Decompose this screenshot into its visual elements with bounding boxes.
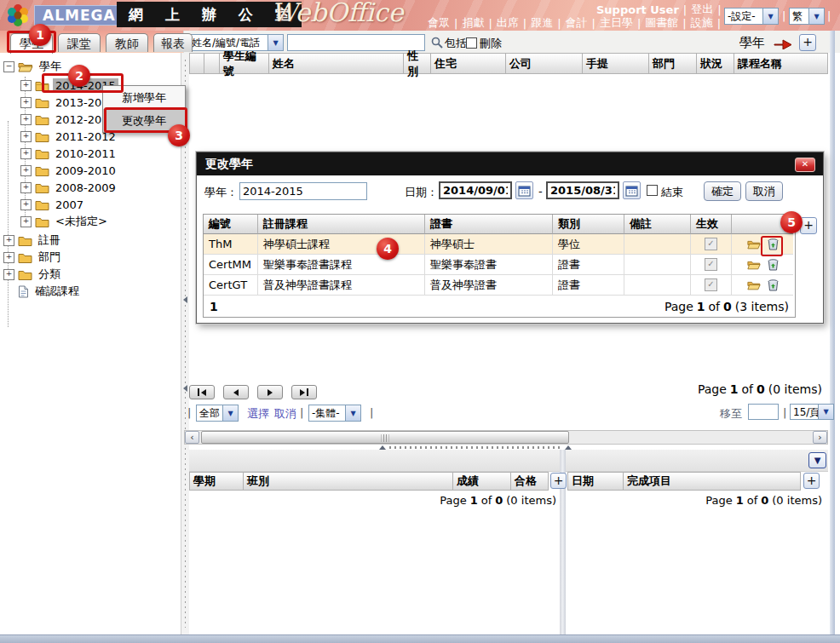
expand-icon[interactable]: + (3, 269, 14, 280)
tree-label-category[interactable]: 分類 (36, 266, 63, 283)
tree-node-year-2008-2009[interactable]: + 2008-2009 (20, 179, 118, 196)
expand-icon[interactable]: + (20, 216, 32, 227)
last-page-button[interactable] (291, 385, 317, 399)
edit-icon[interactable] (747, 279, 761, 290)
close-icon[interactable]: ✕ (795, 158, 815, 172)
scroll-left-button[interactable]: ‹ (185, 431, 199, 444)
tree-node-year-2009-2010[interactable]: + 2009-2010 (20, 162, 118, 179)
expand-icon[interactable]: + (20, 97, 32, 108)
tree-node-category[interactable]: + 分類 (3, 266, 63, 283)
tree-node-year-2010-2011[interactable]: + 2010-2011 (20, 145, 118, 162)
menu-item-accounting[interactable]: 會計 (566, 15, 588, 31)
scrollbar-thumb[interactable] (201, 431, 569, 444)
prev-page-button[interactable] (223, 385, 249, 399)
course-row-certgt[interactable]: CertGT 普及神學證書課程 普及神學證書 證書 ✓ (204, 275, 795, 296)
scroll-right-button[interactable]: › (813, 431, 827, 444)
menu-item-attendance[interactable]: 出席 (497, 15, 519, 31)
add-course-button[interactable]: + (800, 217, 817, 234)
col-header-registered-course: 註冊課程 (258, 215, 425, 234)
ok-button[interactable]: 確定 (704, 181, 741, 201)
page-size-select[interactable]: 15/頁 ▼ (790, 404, 834, 420)
search-field-select[interactable]: 姓名/編號/電話 ▼ (188, 34, 284, 51)
edit-icon[interactable] (747, 259, 761, 270)
tree-label-year[interactable]: 2007 (53, 198, 86, 212)
separator: | (782, 9, 785, 22)
tab-class[interactable]: 課堂 (58, 33, 101, 52)
language-select[interactable]: 繁 ▼ (789, 8, 825, 25)
tab-report[interactable]: 報表 (153, 33, 193, 52)
collapse-panel-button[interactable]: ▼ (808, 452, 826, 468)
tree-node-year-2007[interactable]: + 2007 (20, 196, 86, 213)
course-row-certmm[interactable]: CertMM 聖樂事奉證書課程 聖樂事奉證書 證書 ✓ (204, 255, 795, 275)
splitter-collapse-icon[interactable] (183, 385, 187, 392)
delete-icon[interactable] (768, 259, 779, 271)
current-page-number[interactable]: 1 (210, 300, 218, 313)
grid-header-course-name: 課程名稱 (734, 53, 828, 74)
tree-label-school-year[interactable]: 學年 (37, 58, 64, 75)
tree-node-registration[interactable]: + 註冊 (3, 232, 63, 249)
tree-node-school-year[interactable]: − 學年 (3, 58, 64, 75)
course-row-thm[interactable]: ThM 神學碩士課程 神學碩士 學位 ✓ (204, 234, 795, 255)
expand-icon[interactable]: + (20, 131, 32, 142)
add-year-button[interactable]: + (799, 34, 816, 51)
cancel-button[interactable]: 取消 (745, 181, 783, 201)
expand-icon[interactable]: + (3, 235, 14, 246)
calendar-icon[interactable] (515, 181, 533, 199)
menu-item-followup[interactable]: 跟進 (531, 15, 553, 31)
move-arrow-icon[interactable] (772, 37, 794, 49)
menu-item-congregation[interactable]: 會眾 (428, 15, 450, 31)
support-user-link[interactable]: Support User (596, 3, 679, 16)
menu-item-sundayschool[interactable]: 主日學 (600, 15, 633, 31)
menu-item-facility[interactable]: 設施 (691, 15, 713, 31)
search-input[interactable] (287, 34, 425, 51)
separator: | (717, 17, 721, 30)
date-from-input[interactable] (439, 181, 512, 199)
collapse-expander-icon[interactable]: − (3, 61, 14, 72)
tree-label-year[interactable]: 2008-2009 (53, 181, 118, 195)
end-checkbox[interactable] (647, 185, 658, 196)
expand-icon[interactable]: + (20, 199, 32, 210)
expand-icon[interactable]: + (3, 252, 14, 263)
add-grade-button[interactable]: + (550, 473, 567, 489)
splitter-collapse-icon[interactable] (183, 296, 187, 303)
dialog-table-header: 編號 註冊課程 證書 類別 備註 生效 (204, 215, 795, 234)
tab-teacher[interactable]: 教師 (106, 33, 148, 52)
include-label: 包括 (445, 37, 467, 50)
delete-icon[interactable] (768, 279, 779, 291)
group-action-select[interactable]: -集體- ▼ (308, 405, 361, 422)
tree-label-year[interactable]: <未指定> (53, 213, 110, 230)
settings-select[interactable]: -設定- ▼ (724, 8, 779, 25)
goto-page-input[interactable] (748, 404, 779, 420)
first-page-button[interactable] (189, 385, 215, 399)
tree-node-department[interactable]: + 部門 (3, 249, 63, 266)
edit-icon[interactable] (747, 238, 761, 250)
expand-icon[interactable]: + (20, 114, 32, 125)
delete-checkbox[interactable] (466, 37, 477, 49)
expand-icon[interactable]: + (20, 148, 32, 159)
folder-icon (18, 235, 32, 246)
select-all-select[interactable]: 全部 ▼ (196, 405, 239, 422)
choose-link[interactable]: 選擇 (247, 406, 269, 422)
tree-label-confirm-course[interactable]: 確認課程 (32, 283, 82, 300)
add-completion-button[interactable]: + (803, 473, 820, 489)
expand-icon[interactable]: + (20, 165, 32, 176)
next-page-button[interactable] (257, 385, 283, 399)
menu-item-donation[interactable]: 捐獻 (462, 15, 484, 31)
calendar-icon[interactable] (623, 181, 641, 199)
tree-label-registration[interactable]: 註冊 (36, 232, 63, 249)
tree-label-department[interactable]: 部門 (36, 249, 63, 266)
date-to-input[interactable] (546, 181, 619, 199)
tree-label-year[interactable]: 2009-2010 (53, 164, 118, 178)
separator: | (370, 406, 373, 419)
tree-node-confirm-course[interactable]: 確認課程 (3, 283, 82, 300)
next-page-icon (268, 389, 273, 396)
dialog-year-input[interactable] (239, 182, 367, 200)
expand-icon[interactable]: + (20, 182, 32, 193)
cancel-link[interactable]: 取消 (274, 406, 296, 422)
menu-item-library[interactable]: 圖書館 (645, 15, 678, 31)
search-icon[interactable] (431, 37, 443, 49)
tree-node-year-unassigned[interactable]: + <未指定> (20, 213, 110, 230)
tree-label-year[interactable]: 2010-2011 (53, 146, 118, 161)
expand-icon[interactable]: + (20, 80, 32, 91)
dropdown-arrow-icon: ▼ (268, 35, 283, 50)
